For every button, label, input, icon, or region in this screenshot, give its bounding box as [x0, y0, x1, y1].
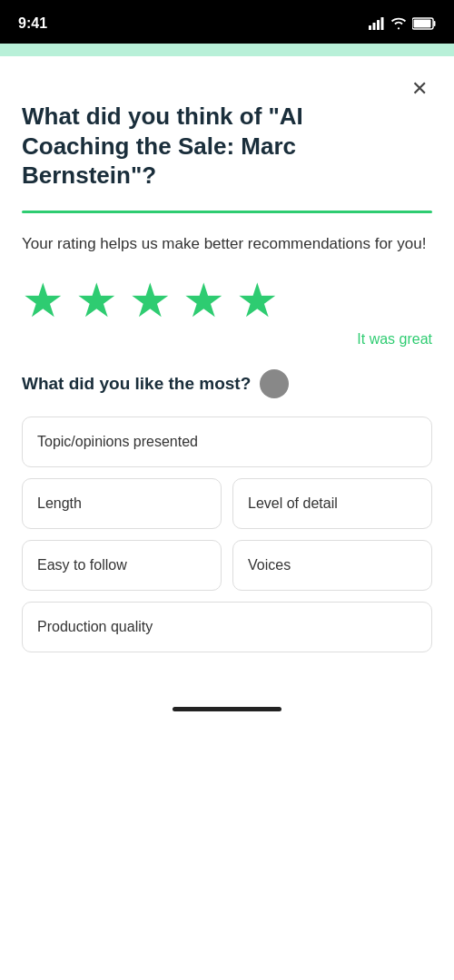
- peek-bar: [0, 44, 454, 56]
- option-level-of-detail[interactable]: Level of detail: [232, 478, 432, 529]
- star-2[interactable]: ★: [75, 277, 118, 324]
- close-button[interactable]: ✕: [403, 73, 436, 105]
- options-container: Topic/opinions presented Length Level of…: [22, 416, 432, 652]
- option-row-1: Length Level of detail: [22, 478, 432, 529]
- wifi-icon: [390, 17, 407, 30]
- option-row-full: Topic/opinions presented: [22, 416, 432, 467]
- home-bar: [173, 707, 281, 711]
- star-3[interactable]: ★: [129, 277, 172, 324]
- status-time: 9:41: [18, 15, 47, 32]
- star-4[interactable]: ★: [183, 277, 225, 324]
- status-bar: 9:41: [0, 0, 454, 44]
- star-1[interactable]: ★: [22, 277, 64, 324]
- rating-label: It was great: [22, 331, 432, 348]
- home-indicator: [22, 696, 432, 719]
- option-voices[interactable]: Voices: [232, 540, 432, 591]
- rating-subtitle: Your rating helps us make better recomme…: [22, 233, 432, 256]
- signal-icon: [369, 17, 385, 30]
- like-question-row: What did you like the most?: [22, 369, 432, 398]
- title-divider: [22, 211, 432, 213]
- page-title: What did you think of "AI Coaching the S…: [22, 102, 367, 191]
- option-topic[interactable]: Topic/opinions presented: [22, 416, 432, 467]
- option-easy-to-follow[interactable]: Easy to follow: [22, 540, 222, 591]
- option-row-2: Easy to follow Voices: [22, 540, 432, 591]
- option-length[interactable]: Length: [22, 478, 222, 529]
- svg-rect-3: [381, 17, 384, 30]
- svg-rect-1: [373, 23, 376, 30]
- info-circle-icon[interactable]: [260, 369, 289, 398]
- like-question-text: What did you like the most?: [22, 374, 251, 394]
- option-row-3: Production quality: [22, 602, 432, 652]
- svg-rect-2: [377, 20, 380, 30]
- svg-rect-5: [434, 21, 436, 26]
- main-card: ✕ What did you think of "AI Coaching the…: [0, 56, 454, 980]
- close-icon: ✕: [411, 77, 428, 101]
- status-icons: [369, 17, 436, 30]
- option-production-quality[interactable]: Production quality: [22, 602, 432, 652]
- svg-rect-0: [369, 25, 371, 30]
- svg-rect-6: [414, 20, 431, 28]
- battery-icon: [412, 17, 436, 30]
- stars-row[interactable]: ★ ★ ★ ★ ★: [22, 277, 432, 324]
- star-5[interactable]: ★: [236, 277, 279, 324]
